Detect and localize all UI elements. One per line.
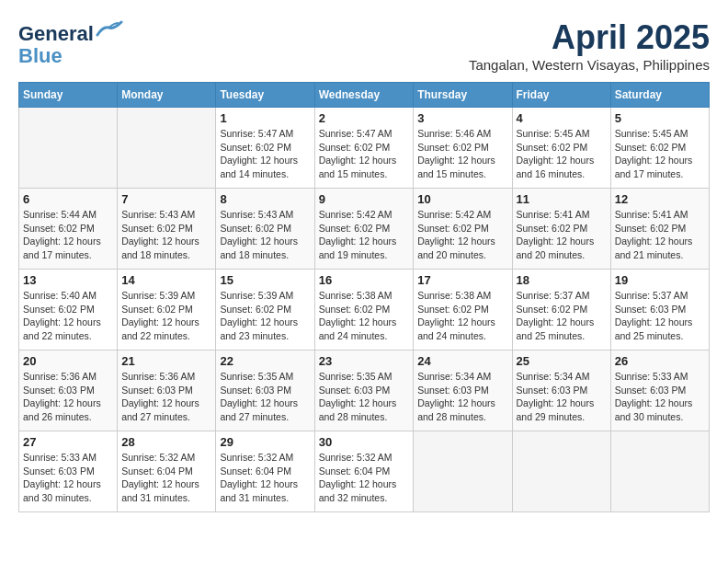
day-number: 7	[121, 192, 211, 206]
calendar-cell: 8Sunrise: 5:43 AMSunset: 6:02 PMDaylight…	[216, 189, 314, 270]
calendar-week-row: 13Sunrise: 5:40 AMSunset: 6:02 PMDayligh…	[19, 270, 710, 350]
weekday-header-cell: Tuesday	[216, 83, 314, 108]
day-info: Sunrise: 5:43 AMSunset: 6:02 PMDaylight:…	[220, 208, 310, 262]
weekday-header-cell: Wednesday	[314, 83, 414, 108]
day-info: Sunrise: 5:46 AMSunset: 6:02 PMDaylight:…	[417, 127, 507, 181]
day-number: 6	[23, 192, 113, 206]
calendar-cell: 7Sunrise: 5:43 AMSunset: 6:02 PMDaylight…	[118, 189, 216, 270]
location-title: Tangalan, Western Visayas, Philippines	[469, 57, 710, 73]
day-number: 24	[417, 354, 507, 368]
day-info: Sunrise: 5:41 AMSunset: 6:02 PMDaylight:…	[517, 208, 607, 262]
calendar-cell: 29Sunrise: 5:32 AMSunset: 6:04 PMDayligh…	[216, 431, 314, 512]
day-info: Sunrise: 5:35 AMSunset: 6:03 PMDaylight:…	[220, 370, 310, 424]
day-number: 16	[319, 273, 410, 287]
logo-blue: Blue	[18, 45, 123, 67]
day-info: Sunrise: 5:39 AMSunset: 6:02 PMDaylight:…	[220, 289, 310, 343]
weekday-header-cell: Monday	[118, 83, 216, 108]
day-number: 2	[319, 111, 410, 125]
day-number: 20	[23, 354, 113, 368]
title-block: April 2025 Tangalan, Western Visayas, Ph…	[469, 18, 710, 73]
weekday-header-cell: Saturday	[610, 83, 709, 108]
calendar-cell: 14Sunrise: 5:39 AMSunset: 6:02 PMDayligh…	[118, 270, 216, 350]
day-info: Sunrise: 5:45 AMSunset: 6:02 PMDaylight:…	[517, 127, 607, 181]
calendar-cell: 6Sunrise: 5:44 AMSunset: 6:02 PMDaylight…	[19, 189, 118, 270]
calendar-cell	[414, 431, 512, 512]
day-info: Sunrise: 5:36 AMSunset: 6:03 PMDaylight:…	[23, 370, 113, 424]
calendar-cell: 19Sunrise: 5:37 AMSunset: 6:03 PMDayligh…	[610, 270, 709, 350]
logo-bird-icon	[96, 18, 123, 40]
day-info: Sunrise: 5:42 AMSunset: 6:02 PMDaylight:…	[417, 208, 507, 262]
weekday-header-cell: Sunday	[19, 83, 118, 108]
calendar-cell: 2Sunrise: 5:47 AMSunset: 6:02 PMDaylight…	[314, 108, 414, 189]
day-number: 19	[615, 273, 705, 287]
day-number: 28	[121, 435, 211, 449]
day-number: 3	[417, 111, 507, 125]
calendar-cell: 10Sunrise: 5:42 AMSunset: 6:02 PMDayligh…	[414, 189, 512, 270]
calendar-cell: 16Sunrise: 5:38 AMSunset: 6:02 PMDayligh…	[314, 270, 414, 350]
calendar-body: 1Sunrise: 5:47 AMSunset: 6:02 PMDaylight…	[19, 108, 710, 512]
day-info: Sunrise: 5:34 AMSunset: 6:03 PMDaylight:…	[417, 370, 507, 424]
day-number: 17	[417, 273, 507, 287]
calendar-cell: 12Sunrise: 5:41 AMSunset: 6:02 PMDayligh…	[610, 189, 709, 270]
month-title: April 2025	[469, 18, 710, 57]
calendar-cell: 27Sunrise: 5:33 AMSunset: 6:03 PMDayligh…	[19, 431, 118, 512]
calendar-cell	[19, 108, 118, 189]
calendar-cell: 28Sunrise: 5:32 AMSunset: 6:04 PMDayligh…	[118, 431, 216, 512]
day-info: Sunrise: 5:37 AMSunset: 6:02 PMDaylight:…	[517, 289, 607, 343]
calendar-week-row: 27Sunrise: 5:33 AMSunset: 6:03 PMDayligh…	[19, 431, 710, 512]
day-number: 23	[319, 354, 410, 368]
day-info: Sunrise: 5:42 AMSunset: 6:02 PMDaylight:…	[319, 208, 410, 262]
day-info: Sunrise: 5:33 AMSunset: 6:03 PMDaylight:…	[23, 451, 113, 505]
day-number: 9	[319, 192, 410, 206]
calendar-cell: 15Sunrise: 5:39 AMSunset: 6:02 PMDayligh…	[216, 270, 314, 350]
calendar-cell: 18Sunrise: 5:37 AMSunset: 6:02 PMDayligh…	[512, 270, 610, 350]
calendar-cell: 11Sunrise: 5:41 AMSunset: 6:02 PMDayligh…	[512, 189, 610, 270]
calendar-cell: 9Sunrise: 5:42 AMSunset: 6:02 PMDaylight…	[314, 189, 414, 270]
day-info: Sunrise: 5:47 AMSunset: 6:02 PMDaylight:…	[220, 127, 310, 181]
calendar-cell: 25Sunrise: 5:34 AMSunset: 6:03 PMDayligh…	[512, 350, 610, 431]
day-number: 27	[23, 435, 113, 449]
day-info: Sunrise: 5:39 AMSunset: 6:02 PMDaylight:…	[121, 289, 211, 343]
day-number: 21	[121, 354, 211, 368]
day-number: 11	[517, 192, 607, 206]
day-number: 15	[220, 273, 310, 287]
day-info: Sunrise: 5:32 AMSunset: 6:04 PMDaylight:…	[220, 451, 310, 505]
day-info: Sunrise: 5:47 AMSunset: 6:02 PMDaylight:…	[319, 127, 410, 181]
calendar-cell: 22Sunrise: 5:35 AMSunset: 6:03 PMDayligh…	[216, 350, 314, 431]
weekday-header-cell: Thursday	[414, 83, 512, 108]
day-number: 22	[220, 354, 310, 368]
day-info: Sunrise: 5:34 AMSunset: 6:03 PMDaylight:…	[517, 370, 607, 424]
calendar-cell: 24Sunrise: 5:34 AMSunset: 6:03 PMDayligh…	[414, 350, 512, 431]
day-number: 26	[615, 354, 705, 368]
day-info: Sunrise: 5:38 AMSunset: 6:02 PMDaylight:…	[417, 289, 507, 343]
day-info: Sunrise: 5:33 AMSunset: 6:03 PMDaylight:…	[615, 370, 705, 424]
calendar-week-row: 1Sunrise: 5:47 AMSunset: 6:02 PMDaylight…	[19, 108, 710, 189]
day-number: 10	[417, 192, 507, 206]
calendar-cell: 3Sunrise: 5:46 AMSunset: 6:02 PMDaylight…	[414, 108, 512, 189]
calendar-cell: 5Sunrise: 5:45 AMSunset: 6:02 PMDaylight…	[610, 108, 709, 189]
day-info: Sunrise: 5:38 AMSunset: 6:02 PMDaylight:…	[319, 289, 410, 343]
day-info: Sunrise: 5:35 AMSunset: 6:03 PMDaylight:…	[319, 370, 410, 424]
day-number: 30	[319, 435, 410, 449]
day-info: Sunrise: 5:45 AMSunset: 6:02 PMDaylight:…	[615, 127, 705, 181]
calendar-cell: 1Sunrise: 5:47 AMSunset: 6:02 PMDaylight…	[216, 108, 314, 189]
day-number: 5	[615, 111, 705, 125]
day-number: 13	[23, 273, 113, 287]
calendar-cell: 17Sunrise: 5:38 AMSunset: 6:02 PMDayligh…	[414, 270, 512, 350]
logo: General Blue	[18, 18, 123, 67]
weekday-header-cell: Friday	[512, 83, 610, 108]
day-info: Sunrise: 5:44 AMSunset: 6:02 PMDaylight:…	[23, 208, 113, 262]
day-number: 14	[121, 273, 211, 287]
day-number: 8	[220, 192, 310, 206]
day-info: Sunrise: 5:32 AMSunset: 6:04 PMDaylight:…	[319, 451, 410, 505]
logo-text: General	[18, 18, 123, 45]
calendar-cell	[610, 431, 709, 512]
day-number: 1	[220, 111, 310, 125]
day-info: Sunrise: 5:36 AMSunset: 6:03 PMDaylight:…	[121, 370, 211, 424]
day-number: 29	[220, 435, 310, 449]
weekday-header-row: SundayMondayTuesdayWednesdayThursdayFrid…	[19, 83, 710, 108]
calendar-cell: 13Sunrise: 5:40 AMSunset: 6:02 PMDayligh…	[19, 270, 118, 350]
calendar-cell: 30Sunrise: 5:32 AMSunset: 6:04 PMDayligh…	[314, 431, 414, 512]
calendar-cell: 20Sunrise: 5:36 AMSunset: 6:03 PMDayligh…	[19, 350, 118, 431]
day-number: 18	[517, 273, 607, 287]
